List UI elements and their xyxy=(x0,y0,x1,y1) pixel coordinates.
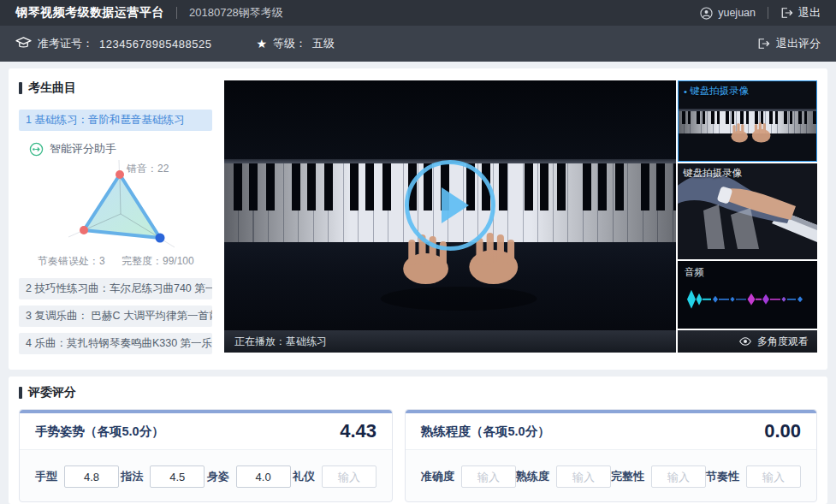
graduation-cap-icon xyxy=(15,37,32,50)
side-angle-column: • 键盘拍摄录像 xyxy=(678,80,817,353)
angle-thumb-keyboard-cam-1[interactable]: • 键盘拍摄录像 xyxy=(678,80,817,162)
ticket-label: 准考证号： xyxy=(38,36,93,51)
radar-dot-rhythm-errors xyxy=(80,226,88,234)
level-value: 五级 xyxy=(312,36,335,51)
radar-dot-completeness xyxy=(156,234,165,243)
eye-icon xyxy=(738,336,752,347)
level-label: 等级： xyxy=(273,36,306,51)
active-dot: • xyxy=(684,86,687,97)
exit-scoring-label: 退出评分 xyxy=(776,36,821,51)
radar-dot-wrong-notes xyxy=(116,170,124,179)
playlist-item-3[interactable]: 3 复调乐曲： 巴赫C 大调平均律第一首前奏曲 xyxy=(19,305,212,327)
session-tab[interactable]: 20180728钢琴考级 xyxy=(189,5,283,21)
ai-assistant-icon xyxy=(29,142,44,157)
card-title: 手势姿势（各项5.0分） xyxy=(35,424,164,440)
top-navbar: 钢琴视频考级数据运营平台 20180728钢琴考级 yuejuan 退出 xyxy=(0,0,836,26)
divider xyxy=(768,7,768,19)
playlist-item-1[interactable]: 1 基础练习：音阶和琶音基础练习 xyxy=(19,110,212,131)
ai-score-radar-chart: 错音：22 节奏错误处：3 完整度：99/100 xyxy=(19,158,212,271)
proficiency-input[interactable] xyxy=(556,465,611,488)
angle-thumb-keyboard-cam-2[interactable]: 键盘拍摄录像 xyxy=(678,163,817,259)
score-field-posture: 身姿 xyxy=(207,465,291,488)
hand-shape-input[interactable] xyxy=(64,465,119,488)
score-field-proficiency: 熟练度 xyxy=(516,465,611,488)
video-player-area: 正在播放：基础练习 • 键盘拍摄录像 xyxy=(224,80,817,353)
user-icon xyxy=(700,7,713,20)
playlist-item-4[interactable]: 4 乐曲：莫扎特钢琴奏鸣曲K330 第一乐章 xyxy=(19,333,212,354)
exit-scoring-button[interactable]: 退出评分 xyxy=(757,36,821,51)
now-playing-text: 正在播放：基础练习 xyxy=(234,335,327,349)
thumb2-label: 键盘拍摄录像 xyxy=(683,167,742,180)
ticket-group: 准考证号： 12345678985488525 xyxy=(15,36,211,51)
score-field-rhythm: 节奏性 xyxy=(706,465,801,488)
username: yuejuan xyxy=(718,7,756,19)
score-field-accuracy: 准确度 xyxy=(421,465,516,488)
exam-info-bar: 准考证号： 12345678985488525 ★ 等级： 五级 退出评分 xyxy=(0,26,836,62)
posture-input[interactable] xyxy=(236,465,291,488)
score-card-gesture-posture: 手势姿势（各项5.0分） 4.43 手型 指法 身姿 xyxy=(19,409,393,502)
card-total-score: 0.00 xyxy=(764,420,801,442)
ticket-number: 12345678985488525 xyxy=(99,38,211,50)
ai-assistant-label: 智能评分助手 xyxy=(50,141,116,157)
now-playing-bar: 正在播放：基础练习 xyxy=(224,330,676,353)
logout-icon xyxy=(757,38,770,50)
main-video[interactable]: 正在播放：基础练习 xyxy=(224,80,676,353)
card-title: 熟练程度（各项5.0分） xyxy=(421,424,550,440)
fingering-input[interactable] xyxy=(150,465,205,488)
accuracy-input[interactable] xyxy=(461,465,516,488)
audio-label: 音频 xyxy=(685,266,704,279)
playlist-item-2[interactable]: 2 技巧性练习曲：车尔尼练习曲740 第一首 xyxy=(19,278,212,299)
judge-scoring-panel: 评委评分 手势姿势（各项5.0分） 4.43 手型 指法 xyxy=(9,377,827,504)
user-menu[interactable]: yuejuan xyxy=(700,7,756,20)
audio-waveform-graphic xyxy=(678,282,817,316)
completeness-input[interactable] xyxy=(651,465,706,488)
level-group: ★ 等级： 五级 xyxy=(256,36,335,51)
playlist-title: 考生曲目 xyxy=(19,80,212,96)
score-field-etiquette: 礼仪 xyxy=(293,465,376,488)
exam-main-panel: 考生曲目 1 基础练习：音阶和琶音基础练习 智能评分助手 xyxy=(9,68,827,370)
etiquette-input[interactable] xyxy=(322,465,376,488)
multi-angle-button[interactable]: 多角度观看 xyxy=(678,330,817,353)
scoring-title: 评委评分 xyxy=(19,385,817,400)
radar-label-completeness: 完整度：99/100 xyxy=(122,254,194,269)
thumb1-label: • 键盘拍摄录像 xyxy=(684,85,749,98)
play-icon xyxy=(442,187,469,223)
card-total-score: 4.43 xyxy=(340,420,376,442)
rhythm-input[interactable] xyxy=(746,465,801,488)
radar-label-wrong-notes: 错音：22 xyxy=(127,162,169,176)
score-field-hand-shape: 手型 xyxy=(35,465,119,488)
radar-label-rhythm-errors: 节奏错误处：3 xyxy=(38,254,105,269)
score-card-proficiency: 熟练程度（各项5.0分） 0.00 准确度 熟练度 完整性 xyxy=(405,409,817,502)
logout-button[interactable]: 退出 xyxy=(780,5,821,21)
score-field-fingering: 指法 xyxy=(121,465,205,488)
multi-angle-label: 多角度观看 xyxy=(757,335,809,349)
audio-track-box[interactable]: 音频 xyxy=(678,261,817,329)
candidate-songs-panel: 考生曲目 1 基础练习：音阶和琶音基础练习 智能评分助手 xyxy=(19,80,212,358)
app-title: 钢琴视频考级数据运营平台 xyxy=(15,5,164,21)
star-icon: ★ xyxy=(256,37,267,50)
logout-label: 退出 xyxy=(798,5,821,21)
title-accent-bar xyxy=(19,387,22,399)
logout-icon xyxy=(780,7,793,19)
title-accent-bar xyxy=(19,82,22,94)
play-button[interactable] xyxy=(405,160,495,251)
ai-assistant-row: 智能评分助手 xyxy=(29,141,212,157)
divider xyxy=(176,7,177,19)
score-field-completeness: 完整性 xyxy=(611,465,706,488)
